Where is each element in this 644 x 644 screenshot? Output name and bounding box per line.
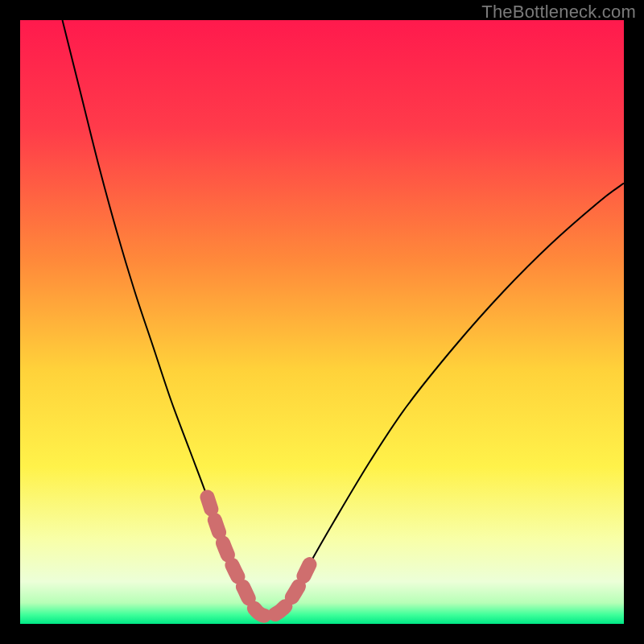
chart-frame: TheBottleneck.com (0, 0, 644, 644)
bottleneck-chart (20, 20, 624, 624)
gradient-background (20, 20, 624, 624)
plot-area (20, 20, 624, 624)
